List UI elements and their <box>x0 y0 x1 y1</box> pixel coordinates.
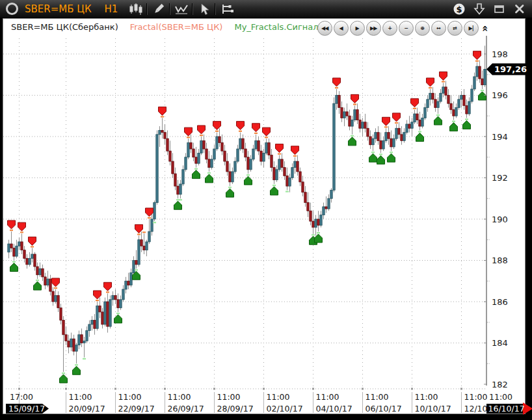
fractal-low-tick <box>317 232 320 233</box>
fractal-low-tick <box>62 373 65 374</box>
bull-candle <box>414 114 416 122</box>
fractal-high-tick <box>215 131 219 132</box>
zoom-out-button[interactable]: − <box>399 21 414 36</box>
draw-button[interactable] <box>150 2 167 16</box>
scroll-fast-right-button[interactable]: ▶▶ <box>366 21 381 36</box>
objects-list-button[interactable] <box>218 2 235 16</box>
bear-candle <box>203 140 205 149</box>
fractal-high-tick <box>429 87 432 88</box>
collapse-toolbar-button[interactable]: « <box>482 25 488 31</box>
bear-candle <box>44 277 46 285</box>
bull-candle <box>86 330 88 341</box>
bull-candle <box>393 138 395 147</box>
fractal-low-tick <box>465 118 468 120</box>
bear-candle <box>73 339 75 351</box>
fractal-high-tick <box>384 126 388 127</box>
bull-candle <box>213 149 215 159</box>
fractal-high-tick <box>106 291 109 293</box>
bull-candle <box>442 87 444 94</box>
fractal-high-tick <box>353 103 356 105</box>
go-to-end-button[interactable]: ▶| <box>464 21 479 36</box>
compress-scale-button[interactable]: ↔ <box>431 21 446 36</box>
time-label: 11:00 <box>489 392 512 402</box>
bull-candle <box>120 300 122 308</box>
bear-candle <box>49 279 51 291</box>
bull-candle <box>138 240 140 265</box>
indicator-button[interactable] <box>172 2 190 16</box>
fractal-low-tick <box>371 151 375 153</box>
bear-candle <box>21 242 23 250</box>
bear-candle <box>450 103 452 110</box>
bull-candle <box>263 153 265 161</box>
buy-signal-marker <box>271 187 278 195</box>
price-axis-label: 188 <box>492 256 508 265</box>
legend-series-2[interactable]: My_Fractals.Сигналы <box>234 22 325 32</box>
fractal-low-tick <box>194 168 198 170</box>
bull-candle <box>234 161 236 172</box>
bull-candle <box>109 300 111 326</box>
bull-candle <box>237 149 239 161</box>
bull-candle <box>182 170 184 184</box>
bull-candle <box>78 335 80 345</box>
price-axis-label: 194 <box>492 132 508 142</box>
chart-window-titlebar[interactable]: SBER=МБ ЦК H1 <box>0 0 532 18</box>
legend-series-1[interactable]: Fractal(SBER=МБ ЦК) <box>130 22 223 32</box>
currency-button[interactable]: $ <box>453 3 466 16</box>
fractal-low-tick <box>228 187 232 188</box>
end-date-label: 16/10/17 <box>488 404 525 413</box>
collapse-window-icon <box>473 3 486 16</box>
time-label: 17:00 <box>10 392 33 402</box>
sell-signal-marker <box>411 99 419 107</box>
zoom-in-button[interactable]: + <box>382 21 397 36</box>
bull-candle <box>239 138 241 149</box>
bear-candle <box>466 105 468 114</box>
bear-candle <box>364 122 366 129</box>
fractal-low-tick <box>390 151 393 153</box>
window-icon <box>6 3 18 15</box>
restore-icon <box>493 3 506 16</box>
fractal-low-tick <box>246 174 250 176</box>
sell-signal-marker <box>276 144 284 153</box>
bull-candle <box>47 279 49 285</box>
bull-candle <box>148 231 150 242</box>
fractal-low-tick <box>83 358 86 360</box>
legend-series-0[interactable]: SBER=МБ ЦК(Сбербанк) <box>11 22 118 32</box>
buy-signal-marker <box>10 263 18 272</box>
bull-candle <box>333 103 335 190</box>
toolbar-separator <box>215 3 216 15</box>
bear-candle <box>117 300 119 308</box>
bull-candle <box>112 295 114 299</box>
bull-candle <box>39 269 41 275</box>
bear-candle <box>453 110 455 116</box>
date-label: 10/10/17 <box>415 404 451 413</box>
bull-candle <box>153 203 155 219</box>
bull-candle <box>473 77 475 89</box>
time-label: 11:00 <box>415 392 438 402</box>
bull-candle <box>211 159 213 168</box>
bull-candle <box>289 178 291 187</box>
compress-bars-button[interactable]: ⇄ <box>447 21 462 36</box>
bull-candle <box>424 108 426 118</box>
close-button[interactable] <box>513 3 526 16</box>
chart-type-button[interactable] <box>127 2 144 16</box>
cursor-button[interactable] <box>195 2 213 16</box>
collapse-window-button[interactable] <box>473 3 486 16</box>
bull-candle <box>156 135 158 203</box>
sell-signal-marker <box>393 113 401 122</box>
fractal-low-tick <box>135 269 138 270</box>
scroll-fast-left-button[interactable]: ◀◀ <box>317 21 332 36</box>
bear-candle <box>161 130 163 132</box>
bear-candle <box>65 335 67 341</box>
bear-candle <box>221 143 223 151</box>
scroll-right-button[interactable]: ▶ <box>350 21 365 36</box>
sell-signal-marker <box>104 282 112 291</box>
bull-candle <box>265 143 267 153</box>
scroll-left-button[interactable]: ◀ <box>334 21 349 36</box>
bear-candle <box>177 186 179 194</box>
fractal-high-tick <box>395 122 398 124</box>
fractal-low-tick <box>481 90 484 91</box>
rail-tick <box>263 388 265 390</box>
chart-type-icon <box>129 3 143 16</box>
zoom-interval-button[interactable]: ⊕ <box>415 21 430 36</box>
restore-button[interactable] <box>493 3 506 16</box>
